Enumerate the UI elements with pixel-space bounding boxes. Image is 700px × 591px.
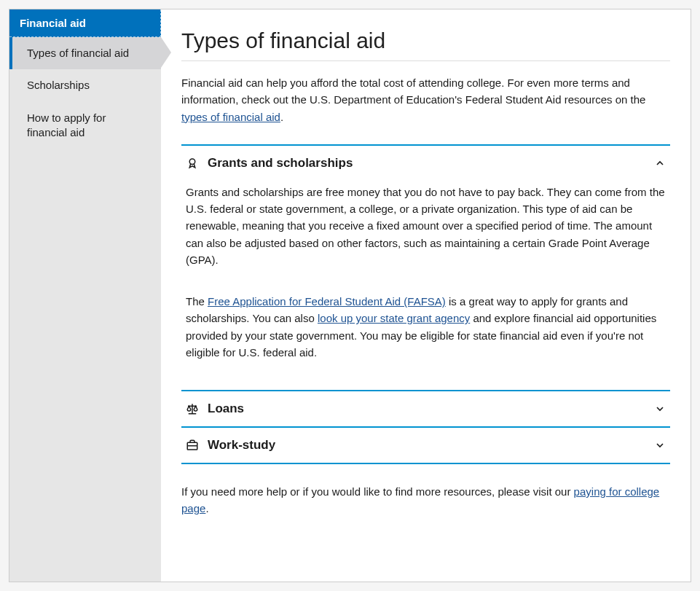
sidebar-item-how-to-apply[interactable]: How to apply for financial aid: [9, 102, 161, 149]
sidebar-header[interactable]: Financial aid: [9, 9, 161, 37]
accordion: Grants and scholarships Grants and schol…: [181, 144, 670, 464]
footer-text-b: .: [205, 502, 208, 514]
accordion-title-grants: Grants and scholarships: [208, 156, 645, 171]
grants-para-1: Grants and scholarships are free money t…: [186, 184, 666, 268]
footer-text-a: If you need more help or if you would li…: [181, 485, 574, 498]
intro-text: Financial aid can help you afford the to…: [181, 77, 645, 106]
grants-p2-a: The: [186, 295, 208, 308]
sidebar-item-types[interactable]: Types of financial aid: [9, 37, 161, 69]
chevron-down-icon: [654, 403, 666, 415]
accordion-toggle-workstudy[interactable]: Work-study: [181, 428, 670, 463]
scales-icon: [186, 402, 199, 415]
state-grant-link[interactable]: look up your state grant agency: [318, 312, 470, 324]
chevron-down-icon: [654, 439, 666, 451]
footer-paragraph: If you need more help or if you would li…: [181, 483, 670, 517]
accordion-item-workstudy: Work-study: [181, 426, 670, 464]
award-icon: [186, 157, 199, 170]
accordion-title-loans: Loans: [208, 402, 645, 416]
fafsa-link[interactable]: Free Application for Federal Student Aid…: [208, 295, 446, 308]
accordion-toggle-loans[interactable]: Loans: [181, 391, 670, 426]
briefcase-icon: [186, 439, 199, 452]
accordion-title-workstudy: Work-study: [208, 438, 645, 453]
page-title: Types of financial aid: [181, 28, 670, 53]
types-of-aid-link[interactable]: types of financial aid: [181, 111, 280, 123]
grants-para-2: The Free Application for Federal Student…: [186, 293, 666, 361]
accordion-item-loans: Loans: [181, 390, 670, 428]
title-rule: [181, 60, 670, 61]
sidebar-item-scholarships[interactable]: Scholarships: [9, 69, 161, 101]
sidebar: Financial aid Types of financial aid Sch…: [9, 9, 161, 582]
chevron-up-icon: [654, 157, 666, 169]
accordion-toggle-grants[interactable]: Grants and scholarships: [181, 146, 670, 181]
intro-paragraph: Financial aid can help you afford the to…: [181, 74, 670, 125]
intro-text-end: .: [280, 111, 283, 123]
app-frame: Financial aid Types of financial aid Sch…: [9, 9, 691, 582]
main-content: Types of financial aid Financial aid can…: [161, 9, 691, 582]
accordion-item-grants: Grants and scholarships Grants and schol…: [181, 144, 670, 391]
svg-point-0: [189, 159, 195, 165]
accordion-body-grants: Grants and scholarships are free money t…: [181, 181, 670, 390]
